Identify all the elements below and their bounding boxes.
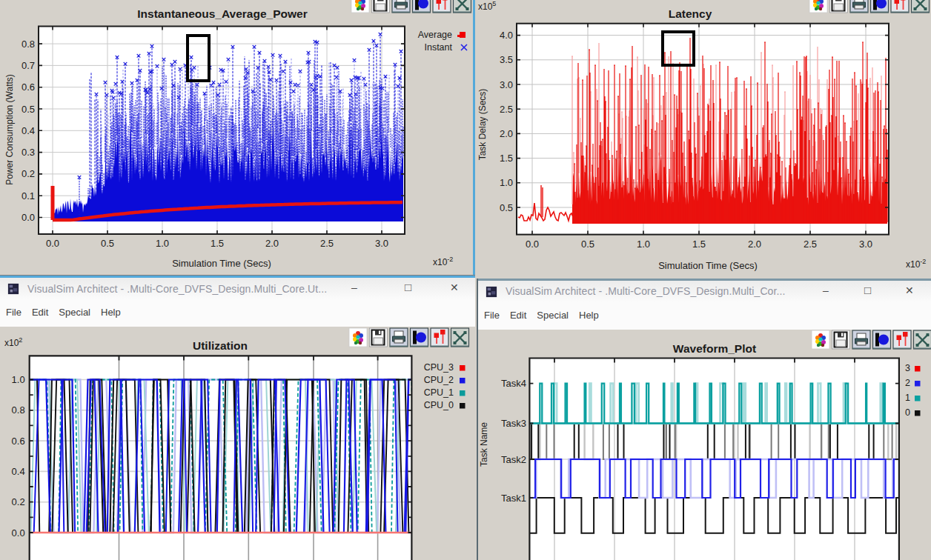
svg-text:Waveform_Plot: Waveform_Plot <box>673 342 756 355</box>
svg-text:4.0: 4.0 <box>500 30 513 41</box>
svg-text:Task Delay (Secs): Task Delay (Secs) <box>477 89 488 161</box>
svg-text:Latency: Latency <box>669 7 712 20</box>
svg-text:0.3: 0.3 <box>21 147 35 158</box>
svg-text:0.2: 0.2 <box>12 496 25 507</box>
svg-text:3.0: 3.0 <box>375 238 388 249</box>
svg-text:0: 0 <box>905 407 910 418</box>
svg-text:0.7: 0.7 <box>21 60 35 71</box>
svg-text:0.6: 0.6 <box>12 436 25 447</box>
svg-text:1.5: 1.5 <box>500 153 513 164</box>
svg-text:0.1: 0.1 <box>21 190 35 201</box>
svg-text:0.5: 0.5 <box>581 239 594 250</box>
svg-text:Task3: Task3 <box>501 418 526 429</box>
svg-text:Task2: Task2 <box>501 453 526 464</box>
svg-text:0.0: 0.0 <box>21 212 35 223</box>
svg-text:Simulation Time (Secs): Simulation Time (Secs) <box>658 260 758 271</box>
svg-text:Task Name: Task Name <box>479 421 489 466</box>
svg-text:1.0: 1.0 <box>12 374 25 385</box>
svg-text:0.2: 0.2 <box>21 168 35 179</box>
svg-text:Instantaneous_Average_Power: Instantaneous_Average_Power <box>137 7 307 20</box>
svg-text:Instant: Instant <box>424 42 452 53</box>
svg-text:2.0: 2.0 <box>265 238 279 249</box>
svg-text:CPU_0: CPU_0 <box>424 400 454 410</box>
svg-text:0.0: 0.0 <box>12 527 25 539</box>
svg-text:0.4: 0.4 <box>21 125 35 136</box>
svg-text:3: 3 <box>905 363 910 373</box>
svg-text:Simulation Time (Secs): Simulation Time (Secs) <box>172 258 271 269</box>
svg-text:0.0: 0.0 <box>526 239 539 250</box>
svg-text:Utilization: Utilization <box>193 339 248 352</box>
svg-text:Average: Average <box>418 30 452 40</box>
svg-text:0.5: 0.5 <box>101 238 114 249</box>
svg-text:Task4: Task4 <box>501 378 526 389</box>
svg-text:2: 2 <box>905 378 910 388</box>
svg-text:CPU_3: CPU_3 <box>424 362 454 373</box>
svg-text:Task1: Task1 <box>501 492 526 503</box>
svg-text:1: 1 <box>905 393 910 403</box>
svg-text:2.5: 2.5 <box>320 238 334 249</box>
svg-text:1.5: 1.5 <box>692 239 706 250</box>
svg-text:0.8: 0.8 <box>21 39 35 50</box>
svg-text:2.0: 2.0 <box>748 239 761 250</box>
svg-text:2.5: 2.5 <box>804 239 817 250</box>
svg-text:0.5: 0.5 <box>500 202 513 213</box>
svg-text:2.0: 2.0 <box>500 128 513 139</box>
svg-text:CPU_2: CPU_2 <box>424 375 454 385</box>
svg-text:1.5: 1.5 <box>211 238 224 249</box>
svg-text:0.4: 0.4 <box>12 466 25 477</box>
svg-text:3.0: 3.0 <box>500 79 513 90</box>
svg-text:0.5: 0.5 <box>21 104 35 115</box>
svg-text:Power Consumption (Watts): Power Consumption (Watts) <box>4 74 15 185</box>
svg-text:1.0: 1.0 <box>500 177 513 188</box>
svg-text:1.0: 1.0 <box>156 238 169 249</box>
svg-text:1.0: 1.0 <box>637 239 650 250</box>
svg-text:3.5: 3.5 <box>500 54 513 65</box>
svg-text:2.5: 2.5 <box>500 104 513 115</box>
svg-text:0.8: 0.8 <box>12 404 25 416</box>
svg-text:3.0: 3.0 <box>859 239 872 250</box>
svg-text:CPU_1: CPU_1 <box>424 387 454 398</box>
svg-text:0.0: 0.0 <box>46 238 59 249</box>
svg-text:0.6: 0.6 <box>21 81 35 93</box>
